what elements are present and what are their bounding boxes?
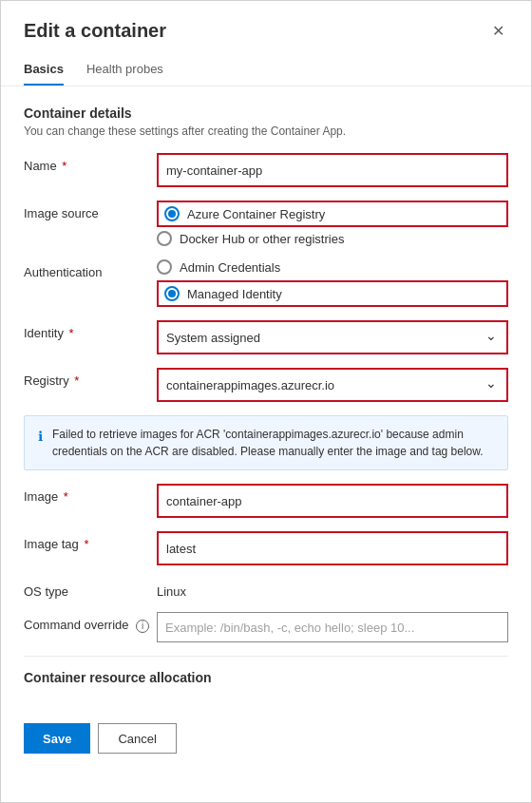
image-control (157, 484, 508, 518)
auth-label: Authentication (24, 259, 157, 279)
command-override-hint-icon[interactable]: i (136, 620, 149, 633)
info-banner-text: Failed to retrieve images for ACR 'conta… (52, 426, 494, 460)
info-icon: ℹ (38, 427, 43, 447)
image-input[interactable] (159, 486, 506, 516)
name-control (157, 153, 508, 187)
image-source-control: Azure Container Registry Docker Hub or o… (157, 201, 508, 246)
section-title: Container details (24, 105, 508, 121)
dialog-title: Edit a container (24, 20, 166, 42)
image-tag-control (157, 531, 508, 565)
edit-container-dialog: Edit a container ✕ Basics Health probes … (0, 0, 532, 803)
radio-managed[interactable]: Managed Identity (164, 286, 501, 301)
radio-acr[interactable]: Azure Container Registry (164, 206, 501, 221)
image-tag-row: Image tag * (24, 531, 508, 565)
image-tag-label: Image tag * (24, 531, 157, 551)
resource-section-title: Container resource allocation (24, 670, 508, 685)
image-row: Image * (24, 484, 508, 518)
tab-health-probes[interactable]: Health probes (86, 54, 163, 86)
close-button[interactable]: ✕ (488, 20, 508, 43)
registry-control: containerappimages.azurecr.io (157, 368, 508, 402)
save-button[interactable]: Save (24, 723, 90, 754)
identity-label: Identity * (24, 320, 157, 340)
radio-acr-label: Azure Container Registry (187, 207, 325, 221)
dialog-header: Edit a container ✕ (1, 1, 531, 43)
radio-acr-circle (164, 206, 180, 221)
image-label: Image * (24, 484, 157, 504)
radio-docker-label: Docker Hub or other registries (180, 232, 344, 246)
section-divider (24, 656, 508, 657)
radio-managed-label: Managed Identity (187, 287, 282, 301)
dialog-footer: Save Cancel (1, 708, 531, 769)
identity-select-wrapper: System assignedUser assigned (159, 322, 506, 353)
name-label: Name * (24, 153, 157, 173)
section-desc: You can change these settings after crea… (24, 124, 508, 138)
radio-docker[interactable]: Docker Hub or other registries (157, 231, 508, 246)
os-type-value: Linux (157, 579, 508, 599)
info-banner: ℹ Failed to retrieve images for ACR 'con… (24, 415, 508, 470)
command-override-input[interactable] (157, 612, 508, 642)
identity-select[interactable]: System assignedUser assigned (159, 322, 506, 353)
os-type-label: OS type (24, 579, 157, 599)
identity-control: System assignedUser assigned (157, 320, 508, 354)
radio-admin-circle (157, 259, 172, 275)
tab-basics[interactable]: Basics (24, 54, 64, 86)
command-override-control (157, 612, 508, 642)
auth-control: Admin Credentials Managed Identity (157, 259, 508, 307)
registry-label: Registry * (24, 368, 157, 388)
registry-row: Registry * containerappimages.azurecr.io (24, 368, 508, 402)
radio-docker-circle (157, 231, 172, 246)
name-input[interactable] (159, 155, 506, 185)
command-override-label: Command override i (24, 612, 157, 633)
name-row: Name * (24, 153, 508, 187)
command-override-row: Command override i (24, 612, 508, 642)
registry-select[interactable]: containerappimages.azurecr.io (159, 370, 506, 400)
image-source-label: Image source (24, 201, 157, 220)
tab-bar: Basics Health probes (1, 43, 531, 86)
image-tag-input[interactable] (159, 533, 506, 564)
form-content: Container details You can change these s… (1, 86, 531, 708)
registry-select-wrapper: containerappimages.azurecr.io (159, 370, 506, 400)
auth-row: Authentication Admin Credentials Managed… (24, 259, 508, 307)
image-source-row: Image source Azure Container Registry Do… (24, 201, 508, 246)
radio-admin[interactable]: Admin Credentials (157, 259, 508, 275)
os-type-row: OS type Linux (24, 579, 508, 599)
os-type-text: Linux (157, 579, 508, 599)
identity-row: Identity * System assignedUser assigned (24, 320, 508, 354)
radio-managed-circle (164, 286, 180, 301)
cancel-button[interactable]: Cancel (98, 723, 176, 754)
radio-admin-label: Admin Credentials (180, 260, 280, 275)
